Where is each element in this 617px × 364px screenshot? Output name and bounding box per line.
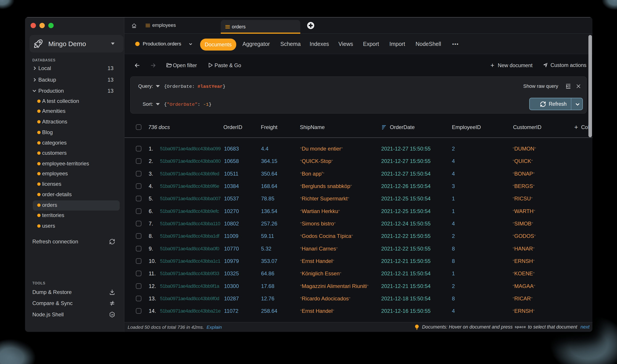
svg-text:JS: JS bbox=[111, 313, 114, 316]
